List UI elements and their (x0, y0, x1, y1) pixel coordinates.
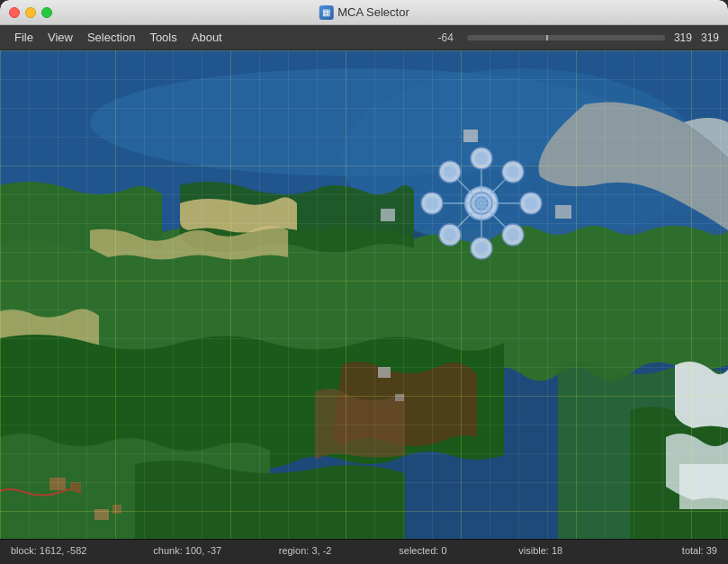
svg-rect-7 (49, 478, 66, 490)
app-name-label: MCA Selector (337, 5, 409, 19)
svg-point-37 (444, 166, 456, 178)
svg-rect-6 (679, 464, 728, 509)
svg-rect-11 (378, 367, 391, 378)
status-selected: selected: 0 (364, 545, 481, 556)
map-canvas[interactable] (0, 50, 728, 539)
map-viewport[interactable] (0, 50, 728, 539)
svg-rect-15 (381, 209, 395, 221)
menu-file[interactable]: File (7, 28, 40, 47)
coord-y: 319 (701, 31, 719, 44)
svg-point-39 (507, 166, 519, 178)
maximize-button[interactable] (41, 7, 52, 18)
svg-point-35 (525, 197, 537, 210)
coord-display: -64 319 319 (438, 31, 719, 44)
app-title: ▦ MCA Selector (319, 5, 409, 20)
svg-rect-12 (395, 394, 404, 401)
svg-rect-14 (555, 205, 571, 219)
svg-rect-9 (94, 509, 109, 520)
menu-view[interactable]: View (40, 28, 80, 47)
traffic-lights (0, 7, 52, 18)
app-icon: ▦ (319, 5, 333, 20)
menu-tools[interactable]: Tools (142, 28, 184, 47)
title-bar: ▦ MCA Selector (0, 0, 728, 25)
menu-selection[interactable]: Selection (80, 28, 142, 47)
status-total: total: 39 (599, 545, 717, 556)
svg-point-29 (475, 152, 488, 165)
status-chunk: chunk: 100, -37 (129, 545, 247, 556)
coord-ruler (467, 35, 665, 40)
coord-value: -64 (438, 31, 458, 44)
status-region: region: 3, -2 (247, 545, 364, 556)
coord-x: 319 (674, 31, 692, 44)
status-block: block: 1612, -582 (11, 545, 129, 556)
minimize-button[interactable] (25, 7, 36, 18)
svg-point-33 (426, 197, 438, 210)
svg-point-41 (444, 228, 456, 241)
status-bar: block: 1612, -582 chunk: 100, -37 region… (0, 539, 728, 560)
status-visible: visible: 18 (481, 545, 599, 556)
svg-rect-13 (463, 130, 478, 142)
svg-point-31 (475, 242, 488, 255)
svg-point-43 (507, 228, 519, 241)
close-button[interactable] (9, 7, 20, 18)
menu-bar: File View Selection Tools About -64 319 … (0, 25, 728, 50)
svg-rect-8 (70, 482, 81, 491)
svg-rect-10 (112, 505, 121, 514)
menu-about[interactable]: About (184, 28, 229, 47)
